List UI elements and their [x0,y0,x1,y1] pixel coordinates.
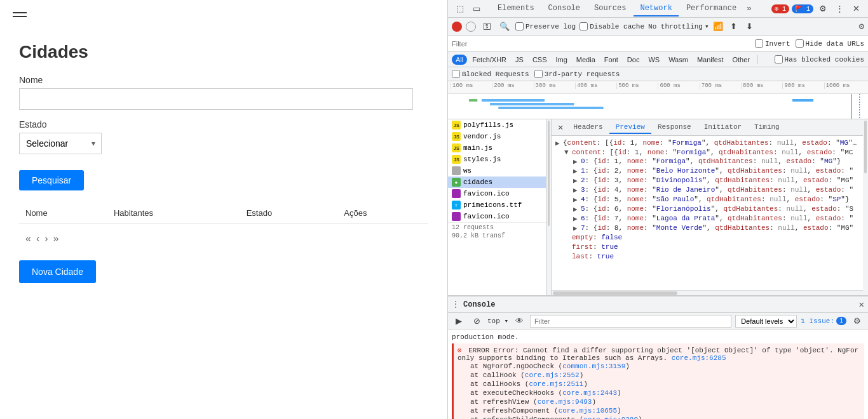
console-close-icon[interactable]: ✕ [859,299,864,310]
hide-data-check[interactable]: Hide data URLs [796,39,864,48]
download-icon[interactable]: ⬇ [743,20,757,34]
console-drag-icon[interactable]: ⋮ [452,300,459,309]
preserve-log-label[interactable]: Preserve log [515,22,576,30]
tab-initiator[interactable]: Initiator [698,121,748,134]
pagination-prev[interactable]: ‹ [36,233,39,244]
filter-input[interactable] [452,40,751,48]
console-body: production mode. ⊗ ERROR Error: Cannot f… [448,329,868,419]
nova-cidade-button[interactable]: Nova Cidade [19,260,96,283]
estado-select[interactable]: Selecionar [19,133,102,154]
type-font[interactable]: Font [600,55,622,65]
tab-console[interactable]: Console [542,1,587,17]
tab-elements[interactable]: Elements [491,1,541,17]
file-item-favicon2[interactable]: favicon.ico [448,211,546,222]
file-item-main[interactable]: JS main.js [448,142,546,154]
mark-900: 900 ms [782,83,824,89]
invert-check[interactable]: Invert [755,39,790,48]
type-doc[interactable]: Doc [623,55,644,65]
file-item-favicon1[interactable]: favicon.ico [448,188,546,199]
type-img[interactable]: Img [552,55,571,65]
filter-icon[interactable]: ⚿ [480,20,494,34]
file-item-vendor[interactable]: JS vendor.js [448,131,546,142]
more-options-icon[interactable]: ⋮ [832,2,846,16]
console-filter-input[interactable] [530,315,731,328]
type-other[interactable]: Other [728,55,754,65]
clear-button[interactable] [466,22,476,32]
type-all[interactable]: All [452,55,467,65]
stack-link-4[interactable]: core.mjs:9493 [538,398,592,406]
third-party-check[interactable]: 3rd-party requests [534,70,620,78]
network-toolbar: ⚿ 🔍 Preserve log Disable cache No thrott… [448,18,868,36]
tab-timing[interactable]: Timing [748,121,786,134]
inspect-icon[interactable]: ⬚ [453,2,467,16]
tab-response[interactable]: Response [651,121,698,134]
transfer-summary: 90.2 kB transf [448,232,546,239]
console-levels-select[interactable]: Default levels [735,315,797,328]
hamburger-menu[interactable] [0,0,447,29]
upload-icon[interactable]: ⬆ [727,20,741,34]
invert-checkbox[interactable] [755,39,763,48]
settings-icon[interactable]: ⚙ [816,2,830,16]
panel-close-icon[interactable]: ✕ [554,122,567,133]
hide-data-checkbox[interactable] [796,39,804,48]
file-item-cidades[interactable]: ● cidades [448,176,546,188]
preserve-log-checkbox[interactable] [515,22,524,30]
search-network-icon[interactable]: 🔍 [498,20,512,34]
stack-link-0[interactable]: common.mjs:3159 [562,362,625,370]
console-ban-icon[interactable]: ⊘ [470,314,484,328]
device-icon[interactable]: ▭ [470,2,484,16]
console-eye-icon[interactable]: 👁 [512,314,526,328]
type-js[interactable]: JS [512,55,527,65]
preview-scrollbar[interactable] [863,119,868,295]
pagination-next[interactable]: › [44,233,48,244]
nome-input[interactable] [19,88,413,110]
blocked-req-checkbox[interactable] [452,70,460,78]
tab-sources[interactable]: Sources [588,1,632,17]
stack-link-3[interactable]: core.mjs:2443 [562,389,617,397]
close-devtools-icon[interactable]: ✕ [849,2,863,16]
more-tabs-icon[interactable]: » [744,4,754,13]
pagination-last[interactable]: » [53,233,59,244]
file-item-polyfills[interactable]: JS polyfills.js [448,119,546,131]
has-blocked-check[interactable]: Has blocked cookies [775,55,864,63]
console-settings-icon[interactable]: ⚙ [850,314,864,328]
tree-item-5: ▶ 5: {id: 6, nome: "Florianópolis", qtdH… [555,204,859,214]
type-wasm[interactable]: Wasm [665,55,692,65]
type-css[interactable]: CSS [529,55,551,65]
preview-scrollbar-h[interactable] [552,290,863,295]
console-panel: ⋮ Console ✕ ▶ ⊘ top ▾ 👁 Default levels 1… [448,295,868,419]
third-party-checkbox[interactable] [534,70,543,78]
tab-headers[interactable]: Headers [567,121,609,134]
type-manifest[interactable]: Manifest [693,55,728,65]
stack-link-1[interactable]: core.mjs:2552 [525,371,580,379]
preview-content: ▶ {content: [{id: 1, nome: "Formiga", qt… [552,136,863,290]
disable-cache-label[interactable]: Disable cache [580,22,644,30]
stack-link-6[interactable]: core.mjs:9280 [583,416,638,419]
file-item-styles[interactable]: JS styles.js [448,154,546,165]
tab-preview[interactable]: Preview [609,121,651,134]
network-settings-icon[interactable]: ⚙ [859,21,864,32]
type-separator [757,55,758,64]
search-button[interactable]: Pesquisar [19,170,84,190]
mark-1000: 1000 ms [824,83,865,89]
file-item-primeicons[interactable]: T primeicons.ttf [448,199,546,211]
type-media[interactable]: Media [573,55,599,65]
stack-link-5[interactable]: core.mjs:10655 [559,407,617,415]
disable-cache-checkbox[interactable] [580,22,588,30]
record-button[interactable] [452,22,462,32]
tab-network[interactable]: Network [634,1,678,17]
file-item-ws[interactable]: ws [448,165,546,176]
stack-link-2[interactable]: core.mjs:2511 [529,380,583,388]
console-exec-icon[interactable]: ▶ [452,314,466,328]
extra-filter-bar: Blocked Requests 3rd-party requests [448,67,868,81]
issue-badge-top: 🚩 1 [792,4,813,13]
blocked-req-check[interactable]: Blocked Requests [452,70,529,78]
type-ws[interactable]: WS [644,55,663,65]
file-list-scrollbar[interactable] [546,119,552,295]
pagination-first[interactable]: « [25,233,31,244]
type-fetch[interactable]: Fetch/XHR [468,55,510,65]
tab-performance[interactable]: Performance [680,1,743,17]
error-link[interactable]: core.mjs:6285 [672,354,726,362]
online-icon[interactable]: 📶 [711,20,725,34]
has-blocked-checkbox[interactable] [775,55,783,63]
